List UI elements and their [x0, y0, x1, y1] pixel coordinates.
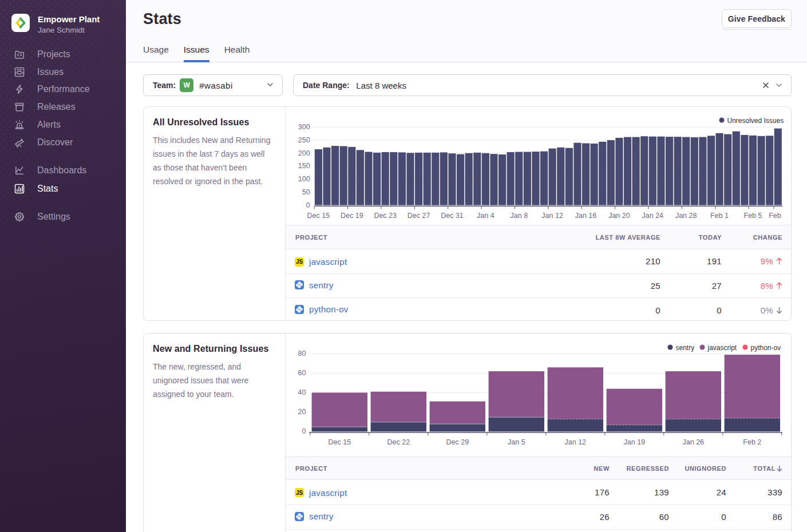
svg-text:250: 250 [298, 136, 310, 144]
svg-text:100: 100 [298, 175, 310, 183]
svg-text:Dec 22: Dec 22 [387, 438, 410, 446]
svg-text:300: 300 [298, 123, 310, 131]
svg-text:Jan 5: Jan 5 [508, 438, 525, 446]
svg-text:Feb 2: Feb 2 [743, 438, 761, 446]
svg-text:Jan 28: Jan 28 [675, 212, 697, 220]
svg-text:Dec 29: Dec 29 [446, 438, 469, 446]
svg-text:50: 50 [302, 188, 310, 196]
svg-text:sentry: sentry [676, 344, 695, 352]
svg-text:80: 80 [298, 350, 306, 358]
svg-text:Jan 16: Jan 16 [575, 212, 597, 220]
svg-text:Dec 19: Dec 19 [341, 212, 363, 220]
svg-text:Jan 8: Jan 8 [511, 212, 528, 220]
svg-text:javascript: javascript [707, 344, 737, 352]
svg-text:150: 150 [298, 162, 310, 170]
svg-text:Jan 20: Jan 20 [608, 212, 630, 220]
svg-text:python-ov: python-ov [751, 344, 781, 352]
svg-text:Jan 12: Jan 12 [565, 438, 587, 446]
svg-text:60: 60 [298, 369, 306, 377]
svg-text:Dec 27: Dec 27 [408, 212, 430, 220]
svg-text:20: 20 [298, 408, 306, 416]
svg-text:Jan 4: Jan 4 [477, 212, 495, 220]
svg-text:Jan 19: Jan 19 [624, 438, 646, 446]
svg-text:Dec 15: Dec 15 [307, 212, 330, 220]
svg-text:Dec 23: Dec 23 [374, 212, 397, 220]
svg-text:Feb 5: Feb 5 [744, 212, 762, 220]
svg-text:0: 0 [306, 201, 310, 209]
svg-text:Jan 24: Jan 24 [642, 212, 664, 220]
svg-text:0: 0 [302, 427, 306, 435]
svg-text:200: 200 [298, 149, 310, 157]
svg-text:Jan 12: Jan 12 [541, 212, 563, 220]
svg-text:40: 40 [298, 388, 306, 396]
svg-text:Feb: Feb [769, 212, 781, 220]
svg-text:Unresolved Issues: Unresolved Issues [727, 117, 784, 125]
svg-text:Dec 31: Dec 31 [441, 212, 464, 220]
svg-text:Jan 26: Jan 26 [683, 438, 705, 446]
svg-text:Dec 15: Dec 15 [328, 438, 351, 446]
svg-text:Feb 1: Feb 1 [710, 212, 729, 220]
